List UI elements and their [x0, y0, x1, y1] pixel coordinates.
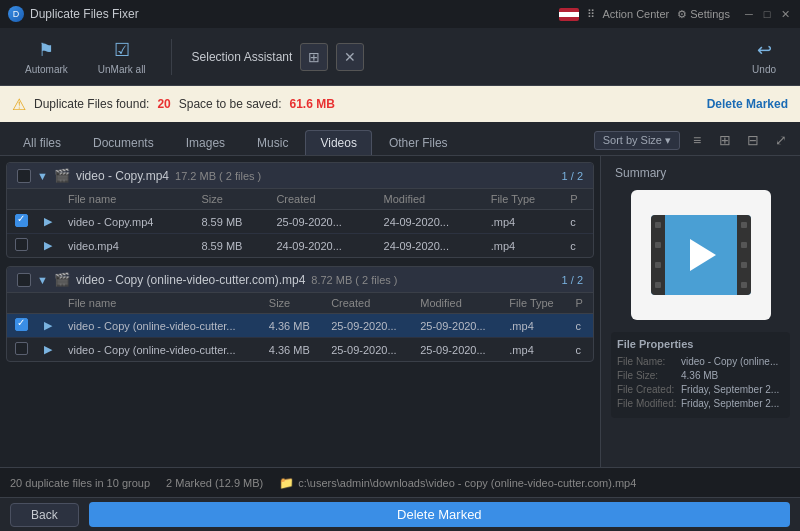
- split-view-button[interactable]: ⊞: [714, 129, 736, 151]
- group-size-1: 17.2 MB ( 2 files ): [175, 170, 261, 182]
- close-button[interactable]: ✕: [778, 7, 792, 21]
- row-checkbox-1-1[interactable]: [15, 214, 28, 227]
- status-marked: 2 Marked (12.9 MB): [166, 477, 263, 489]
- th-play-1: [36, 189, 60, 210]
- th-modified-2: Modified: [412, 293, 501, 314]
- expand-icon-2[interactable]: ▼: [37, 274, 48, 286]
- th-modified-1: Modified: [376, 189, 483, 210]
- folder-icon-2: 🎬: [54, 272, 70, 287]
- sort-button[interactable]: Sort by Size ▾: [594, 131, 680, 150]
- prop-label-modified: File Modified:: [617, 398, 677, 409]
- group-size-2: 8.72 MB ( 2 files ): [311, 274, 397, 286]
- title-bar-left: D Duplicate Files Fixer: [8, 6, 139, 22]
- group-title-2: video - Copy (online-video-cutter.com).m…: [76, 273, 305, 287]
- selection-assistant-group: Selection Assistant ⊞ ✕: [184, 43, 373, 71]
- th-filename-2: File name: [60, 293, 261, 314]
- th-p-2: P: [567, 293, 593, 314]
- folder-icon-1: 🎬: [54, 168, 70, 183]
- selection-icon-2[interactable]: ✕: [336, 43, 364, 71]
- info-bar: ⚠ Duplicate Files found: 20 Space to be …: [0, 86, 800, 122]
- th-type-2: File Type: [501, 293, 567, 314]
- unmark-all-button[interactable]: ☑ UnMark all: [85, 34, 159, 80]
- play-icon-1-1[interactable]: ▶: [44, 215, 52, 227]
- row-checkbox-2-1[interactable]: [15, 318, 28, 331]
- automark-icon: ⚑: [38, 39, 54, 61]
- action-center-link[interactable]: Action Center: [603, 8, 670, 20]
- duplicate-found-label: Duplicate Files found:: [34, 97, 149, 111]
- row-filename-2-1: video - Copy (online-video-cutter...: [60, 314, 261, 338]
- row-size-1-2: 8.59 MB: [193, 234, 268, 258]
- row-created-2-1: 25-09-2020...: [323, 314, 412, 338]
- prop-value-name: video - Copy (online...: [681, 356, 784, 367]
- table-row[interactable]: ▶ video - Copy.mp4 8.59 MB 25-09-2020...…: [7, 210, 593, 234]
- selection-icon-1[interactable]: ⊞: [300, 43, 328, 71]
- table-row[interactable]: ▶ video.mp4 8.59 MB 24-09-2020... 24-09-…: [7, 234, 593, 258]
- row-type-1-1: .mp4: [483, 210, 563, 234]
- settings-link[interactable]: ⚙ Settings: [677, 8, 730, 21]
- row-checkbox-2-2[interactable]: [15, 342, 28, 355]
- play-icon-2-1[interactable]: ▶: [44, 319, 52, 331]
- th-created-2: Created: [323, 293, 412, 314]
- tab-other-files[interactable]: Other Files: [374, 130, 463, 155]
- group-checkbox-2[interactable]: [17, 273, 31, 287]
- space-value: 61.6 MB: [290, 97, 335, 111]
- prop-value-size: 4.36 MB: [681, 370, 784, 381]
- tab-images[interactable]: Images: [171, 130, 240, 155]
- title-bar-right: ⠿ Action Center ⚙ Settings ─ □ ✕: [559, 7, 792, 21]
- sort-label: Sort by Size: [603, 134, 662, 146]
- app-icon: D: [8, 6, 24, 22]
- unmark-label: UnMark all: [98, 64, 146, 75]
- row-created-1-1: 25-09-2020...: [268, 210, 375, 234]
- play-icon-1-2[interactable]: ▶: [44, 239, 52, 251]
- expand-icon-1[interactable]: ▼: [37, 170, 48, 182]
- row-modified-2-2: 25-09-2020...: [412, 338, 501, 362]
- th-checkbox-2: [7, 293, 36, 314]
- status-path-text: c:\users\admin\downloads\video - copy (o…: [298, 477, 636, 489]
- delete-marked-button[interactable]: Delete Marked: [89, 502, 790, 527]
- row-type-1-2: .mp4: [483, 234, 563, 258]
- row-p-2-2: c: [567, 338, 593, 362]
- video-thumbnail: [631, 190, 771, 320]
- prop-row-name: File Name: video - Copy (online...: [617, 356, 784, 367]
- row-filename-1-1: video - Copy.mp4: [60, 210, 193, 234]
- prop-label-created: File Created:: [617, 384, 677, 395]
- prop-label-size: File Size:: [617, 370, 677, 381]
- back-button[interactable]: Back: [10, 503, 79, 527]
- play-icon-2-2[interactable]: ▶: [44, 343, 52, 355]
- automark-button[interactable]: ⚑ Automark: [12, 34, 81, 80]
- duplicate-group-2: ▼ 🎬 video - Copy (online-video-cutter.co…: [6, 266, 594, 362]
- title-bar: D Duplicate Files Fixer ⠿ Action Center …: [0, 0, 800, 28]
- warning-icon: ⚠: [12, 95, 26, 114]
- tab-documents[interactable]: Documents: [78, 130, 169, 155]
- row-play-cell: ▶: [36, 338, 60, 362]
- row-checkbox-cell: [7, 234, 36, 258]
- row-checkbox-1-2[interactable]: [15, 238, 28, 251]
- maximize-button[interactable]: □: [760, 7, 774, 21]
- row-play-cell: ▶: [36, 210, 60, 234]
- minimize-button[interactable]: ─: [742, 7, 756, 21]
- list-view-button[interactable]: ≡: [686, 129, 708, 151]
- tab-videos[interactable]: Videos: [305, 130, 371, 155]
- row-checkbox-cell: [7, 338, 36, 362]
- prop-label-name: File Name:: [617, 356, 677, 367]
- group-count-1: 1 / 2: [562, 170, 583, 182]
- toolbar: ⚑ Automark ☑ UnMark all Selection Assist…: [0, 28, 800, 86]
- expand-view-button[interactable]: ⤢: [770, 129, 792, 151]
- film-hole: [655, 282, 661, 288]
- undo-button[interactable]: ↩ Undo: [740, 35, 788, 79]
- status-bar: 20 duplicate files in 10 group 2 Marked …: [0, 467, 800, 497]
- table-row[interactable]: ▶ video - Copy (online-video-cutter... 4…: [7, 314, 593, 338]
- app-title: Duplicate Files Fixer: [30, 7, 139, 21]
- grid-view-button[interactable]: ⊟: [742, 129, 764, 151]
- row-checkbox-cell: [7, 210, 36, 234]
- table-row[interactable]: ▶ video - Copy (online-video-cutter... 4…: [7, 338, 593, 362]
- prop-row-modified: File Modified: Friday, September 2...: [617, 398, 784, 409]
- group-title-1: video - Copy.mp4: [76, 169, 169, 183]
- film-strip: [651, 215, 751, 295]
- tab-music[interactable]: Music: [242, 130, 303, 155]
- group-checkbox-1[interactable]: [17, 169, 31, 183]
- delete-marked-link[interactable]: Delete Marked: [707, 97, 788, 111]
- row-size-1-1: 8.59 MB: [193, 210, 268, 234]
- tab-all-files[interactable]: All files: [8, 130, 76, 155]
- window-controls: ─ □ ✕: [742, 7, 792, 21]
